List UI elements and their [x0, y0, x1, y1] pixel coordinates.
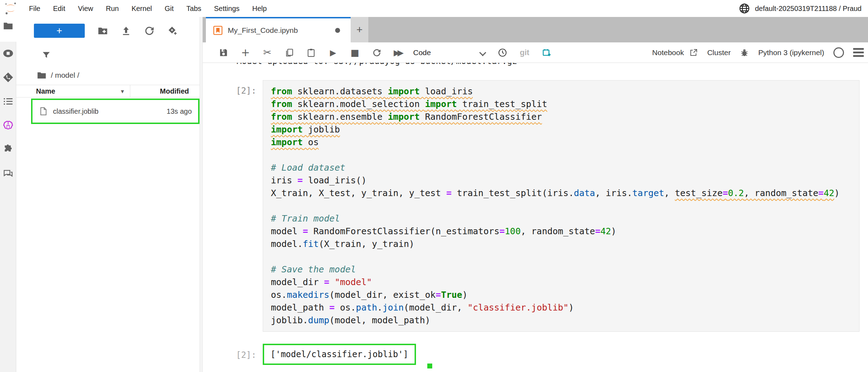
- new-folder-icon[interactable]: [97, 25, 108, 36]
- menu-view[interactable]: View: [72, 5, 100, 13]
- panel-splitter[interactable]: [200, 17, 203, 372]
- kernel-name[interactable]: Python 3 (ipykernel): [758, 48, 824, 57]
- ai-assistant-brain-icon[interactable]: [3, 120, 13, 131]
- menu-bar: File Edit View Run Kernel Git Tabs Setti…: [0, 0, 868, 17]
- file-row[interactable]: classifier.joblib 13s ago: [32, 100, 198, 123]
- notebook-file-icon: [213, 25, 223, 35]
- external-link-icon[interactable]: [689, 48, 698, 57]
- clipped-output-line: Model uploaded to: s3://praudyog-ds-buck…: [237, 63, 868, 67]
- git-clone-icon[interactable]: [167, 25, 178, 36]
- new-tab-button[interactable]: +: [351, 17, 368, 42]
- menu-edit[interactable]: Edit: [47, 5, 71, 13]
- file-browser-icon[interactable]: [3, 20, 13, 31]
- paste-cells-icon[interactable]: [307, 48, 316, 57]
- new-launcher-button[interactable]: +: [34, 24, 85, 38]
- add-cell-icon[interactable]: +: [241, 48, 250, 57]
- menu-settings[interactable]: Settings: [208, 5, 246, 13]
- open-notebook-link[interactable]: Notebook: [652, 48, 684, 57]
- cell-type-select[interactable]: Code: [413, 48, 487, 57]
- menu-git[interactable]: Git: [158, 5, 180, 13]
- main-menu: File Edit View Run Kernel Git Tabs Setti…: [23, 5, 273, 13]
- kernel-status-icon[interactable]: [833, 47, 844, 58]
- menu-kernel[interactable]: Kernel: [125, 5, 158, 13]
- create-job-calendar-icon[interactable]: [542, 48, 551, 57]
- notebook-scroll-area[interactable]: Model uploaded to: s3://praudyog-ds-buck…: [203, 63, 868, 372]
- refresh-icon[interactable]: [144, 25, 155, 36]
- breadcrumb-path[interactable]: / model /: [51, 71, 79, 79]
- cluster-link[interactable]: Cluster: [707, 48, 731, 57]
- menu-run[interactable]: Run: [100, 5, 125, 13]
- cut-cells-icon[interactable]: ✂: [263, 48, 272, 57]
- breadcrumb[interactable]: / model /: [16, 66, 200, 85]
- run-cell-icon[interactable]: ▶: [328, 48, 338, 57]
- menu-help[interactable]: Help: [246, 5, 273, 13]
- output-prompt: [2]:: [203, 344, 263, 360]
- code-lines[interactable]: from sklearn.datasets import load_irisfr…: [263, 80, 860, 332]
- menu-tabs[interactable]: Tabs: [180, 5, 208, 13]
- more-commands-icon[interactable]: [853, 48, 864, 57]
- tab-title: My_First_Code.ipynb: [228, 26, 330, 35]
- upload-icon[interactable]: [121, 25, 131, 36]
- output-text: ['model/classifier.joblib']: [270, 349, 408, 359]
- file-row-annotation-box: classifier.joblib 13s ago: [31, 99, 200, 124]
- sort-caret-icon: ▼: [120, 88, 125, 94]
- restart-run-all-icon[interactable]: ▶▶: [394, 48, 403, 57]
- notebook-toolbar: + ✂ ▶ ■: [203, 42, 868, 63]
- jupyter-logo-icon: [4, 1, 18, 16]
- main-dock: My_First_Code.ipynb + +: [203, 17, 868, 372]
- unsaved-dot-icon[interactable]: [335, 28, 340, 33]
- tab-strip: My_First_Code.ipynb +: [203, 17, 868, 42]
- restart-kernel-icon[interactable]: [372, 48, 381, 57]
- history-clock-icon[interactable]: [498, 48, 507, 57]
- menu-file[interactable]: File: [23, 5, 47, 13]
- git-status-label: git: [520, 48, 529, 57]
- column-header-name[interactable]: Name ▼: [16, 85, 130, 97]
- extensions-puzzle-icon[interactable]: [3, 144, 13, 155]
- cell-type-value: Code: [413, 48, 431, 57]
- debugger-bug-icon[interactable]: [740, 48, 749, 57]
- file-browser-toolbar: +: [16, 17, 200, 45]
- copy-cells-icon[interactable]: [285, 48, 294, 57]
- code-cell: [2]: from sklearn.datasets import load_i…: [203, 80, 868, 332]
- save-icon[interactable]: [219, 48, 228, 57]
- tab-notebook[interactable]: My_First_Code.ipynb: [206, 17, 351, 42]
- activity-bar: [0, 17, 16, 372]
- annotation-green-square: [427, 364, 432, 368]
- instance-label: default-20250319T211188 / Praud: [755, 5, 868, 13]
- git-sidebar-icon[interactable]: [3, 72, 13, 83]
- file-list-header: Name ▼ Modified: [16, 85, 200, 98]
- home-folder-icon[interactable]: [37, 70, 47, 80]
- file-icon: [39, 107, 48, 116]
- output-annotation-box: ['model/classifier.joblib']: [263, 344, 416, 365]
- file-name: classifier.joblib: [53, 107, 99, 116]
- running-kernels-icon[interactable]: [3, 48, 13, 59]
- file-browser-panel: +: [16, 17, 200, 372]
- output-cell: [2]: ['model/classifier.joblib']: [203, 344, 868, 368]
- chevron-down-icon: [479, 49, 486, 56]
- input-prompt: [2]:: [203, 80, 263, 332]
- globe-icon: [739, 3, 750, 14]
- chat-icon[interactable]: [3, 168, 13, 179]
- filter-funnel-icon[interactable]: [42, 51, 51, 60]
- stop-kernel-icon[interactable]: ■: [350, 48, 359, 57]
- table-of-contents-icon[interactable]: [3, 96, 13, 107]
- jupyterlab-window: File Edit View Run Kernel Git Tabs Setti…: [0, 0, 868, 372]
- filter-row: [16, 45, 200, 66]
- file-modified: 13s ago: [167, 107, 198, 116]
- column-header-modified[interactable]: Modified: [130, 85, 200, 97]
